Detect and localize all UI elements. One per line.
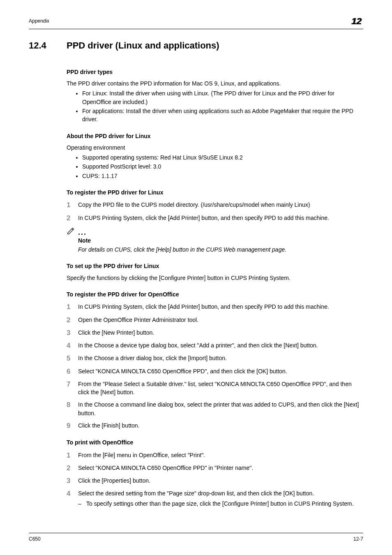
step-number: 2 <box>67 214 78 222</box>
numbered-step: 7From the "Please Select a Suitable driv… <box>67 380 363 397</box>
step-number: 3 <box>67 328 78 337</box>
numbered-step: 2Open the OpenOffice Printer Administrat… <box>67 316 363 324</box>
section-number: 12.4 <box>29 39 67 52</box>
step-text: In the Choose a driver dialog box, click… <box>78 354 363 362</box>
bullet-list: Supported operating systems: Red Hat Lin… <box>67 153 363 180</box>
list-item: For applications: Install the driver whe… <box>82 107 363 124</box>
step-text: In the Choose a device type dialog box, … <box>78 341 363 349</box>
numbered-step: 4In the Choose a device type dialog box,… <box>67 341 363 350</box>
sub-step: – To specify settings other than the pag… <box>78 500 363 508</box>
page-footer: C650 12-7 <box>29 533 363 543</box>
step-text: Open the OpenOffice Printer Administrato… <box>78 316 363 324</box>
footer-model: C650 <box>29 536 41 543</box>
step-number: 1 <box>67 303 78 311</box>
paragraph: The PPD driver contains the PPD informat… <box>67 79 363 88</box>
step-text: In the Choose a command line dialog box,… <box>78 400 363 417</box>
step-number: 6 <box>67 367 78 376</box>
step-number: 4 <box>67 341 78 350</box>
page-header: Appendix 12 <box>29 15 363 29</box>
subheading-register-openoffice: To register the PPD driver for OpenOffic… <box>67 290 363 298</box>
numbered-step: 3Click the [Properties] button. <box>67 476 363 485</box>
step-number: 7 <box>67 380 78 388</box>
sub-step-text: To specify settings other than the page … <box>86 500 354 508</box>
step-number: 3 <box>67 476 78 485</box>
step-text: Select the desired setting from the "Pag… <box>78 489 363 508</box>
step-number: 5 <box>67 354 78 363</box>
numbered-step: 6Select "KONICA MINOLTA C650 OpenOffice … <box>67 367 363 376</box>
numbered-step: 1In CUPS Printing System, click the [Add… <box>67 303 363 311</box>
note-head: ... <box>67 227 363 236</box>
subheading-about-linux: About the PPD driver for Linux <box>67 132 363 140</box>
paragraph: Operating environment <box>67 143 363 152</box>
numbered-step: 1 Copy the PPD file to the CUPS model di… <box>67 201 363 209</box>
list-item: For Linux: Install the driver when using… <box>82 89 363 106</box>
step-text: From the "Please Select a Suitable drive… <box>78 380 363 397</box>
step-text: Select "KONICA MINOLTA C650 OpenOffice P… <box>78 367 363 375</box>
note-label: Note <box>78 236 363 245</box>
subheading-setup-linux: To set up the PPD driver for Linux <box>67 262 363 270</box>
numbered-step: 2Select "KONICA MINOLTA C650 OpenOffice … <box>67 464 363 472</box>
header-chapter-number: 12 <box>350 15 363 28</box>
note-body: For details on CUPS, click the [Help] bu… <box>78 245 363 254</box>
section-title: PPD driver (Linux and applications) <box>67 39 219 52</box>
section-heading: 12.4 PPD driver (Linux and applications) <box>29 39 363 52</box>
numbered-step: 3Click the [New Printer] button. <box>67 328 363 337</box>
step-text-line: Select the desired setting from the "Pag… <box>78 490 314 497</box>
numbered-step: 8In the Choose a command line dialog box… <box>67 400 363 417</box>
step-number: 1 <box>67 451 78 460</box>
step-text: Select "KONICA MINOLTA C650 OpenOffice P… <box>78 464 363 472</box>
step-number: 9 <box>67 421 78 430</box>
paragraph: Specify the functions by clicking the [C… <box>67 274 363 282</box>
list-item: Supported operating systems: Red Hat Lin… <box>82 153 363 162</box>
bullet-list: For Linux: Install the driver when using… <box>67 89 363 123</box>
step-text: Click the [Finish] button. <box>78 421 363 430</box>
step-number: 2 <box>67 316 78 324</box>
note-pencil-icon <box>67 227 76 236</box>
step-number: 2 <box>67 464 78 472</box>
subheading-ppd-types: PPD driver types <box>67 68 363 76</box>
numbered-step: 9Click the [Finish] button. <box>67 421 363 430</box>
numbered-step: 4 Select the desired setting from the "P… <box>67 489 363 508</box>
step-text: Copy the PPD file to the CUPS model dire… <box>78 201 363 209</box>
note-block: ... Note For details on CUPS, click the … <box>67 227 363 254</box>
step-text: From the [File] menu in OpenOffice, sele… <box>78 451 363 459</box>
subheading-register-linux: To register the PPD driver for Linux <box>67 188 363 197</box>
step-number: 8 <box>67 400 78 409</box>
list-item: Supported PostScript level: 3.0 <box>82 162 363 171</box>
step-number: 4 <box>67 489 78 498</box>
numbered-step: 1From the [File] menu in OpenOffice, sel… <box>67 451 363 460</box>
note-dots-icon: ... <box>78 230 87 236</box>
step-text: In CUPS Printing System, click the [Add … <box>78 214 363 222</box>
header-section-name: Appendix <box>29 18 49 25</box>
step-text: Click the [New Printer] button. <box>78 328 363 337</box>
page: Appendix 12 12.4 PPD driver (Linux and a… <box>0 0 392 555</box>
step-text: In CUPS Printing System, click the [Add … <box>78 303 363 311</box>
footer-page-number: 12-7 <box>353 536 363 543</box>
numbered-step: 5In the Choose a driver dialog box, clic… <box>67 354 363 363</box>
list-item: CUPS: 1.1.17 <box>82 172 363 180</box>
body-column: PPD driver types The PPD driver contains… <box>67 60 363 512</box>
step-number: 1 <box>67 201 78 209</box>
numbered-step: 2 In CUPS Printing System, click the [Ad… <box>67 214 363 222</box>
subheading-print-openoffice: To print with OpenOffice <box>67 438 363 446</box>
dash-icon: – <box>78 500 86 508</box>
step-text: Click the [Properties] button. <box>78 476 363 485</box>
